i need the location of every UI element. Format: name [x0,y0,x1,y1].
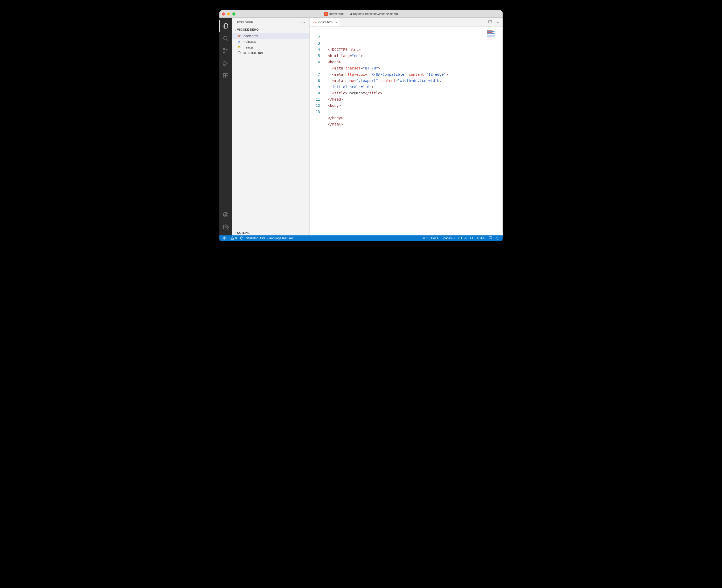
svg-point-11 [225,226,226,228]
line-number: 4 [310,46,325,52]
traffic-lights [222,13,235,16]
bell-icon [495,236,499,240]
chevron-right-icon: › [233,231,237,235]
window-close-button[interactable] [222,13,225,16]
code-line[interactable]: </head> [328,96,502,102]
code-line[interactable]: initial-scale=1.0"> [328,84,502,90]
gear-icon [223,224,229,230]
window-title-text: index.html — ~/Projects/SimpleDev/vscode… [329,12,398,16]
file-name: main.js [243,45,253,49]
line-number: 1 [310,28,325,34]
code-line[interactable]: <title>Document</title> [328,90,502,96]
extensions-icon [223,72,229,79]
tab-bar: <> index.html × ⋯ [310,18,502,27]
line-number: 12 [310,102,325,109]
titlebar: 5 index.html — ~/Projects/SimpleDev/vsco… [220,10,502,18]
git-branch-icon [223,48,229,54]
sync-icon [240,236,244,240]
code-line[interactable]: <head> [328,59,502,65]
svg-point-2 [224,52,225,54]
tab-index-html[interactable]: <> index.html × [310,18,341,26]
code-line[interactable]: <!DOCTYPE html> [328,46,502,52]
svg-rect-5 [223,74,225,76]
line-number: 8 [310,78,325,84]
file-type-icon: ⓘ [237,51,241,55]
html-file-icon: <> [312,21,316,24]
window-zoom-button[interactable] [232,13,235,16]
warning-icon [230,236,234,240]
editor-body[interactable]: 12345678910111213 <!DOCTYPE html><html l… [310,27,502,235]
status-language[interactable]: HTML [475,236,487,240]
debug-icon [223,60,229,66]
code-line[interactable]: </body> [328,115,502,121]
tab-actions: ⋯ [486,18,502,26]
project-name: VSCODE-DEMO [237,28,259,31]
file-tree: <>index.html#main.cssJSmain.jsⓘREADME.md [232,33,309,230]
status-eol[interactable]: LF [469,236,475,240]
activity-explorer[interactable] [220,20,232,32]
minimap[interactable] [486,28,501,40]
editor-more-icon[interactable]: ⋯ [495,20,500,25]
activity-accounts[interactable] [220,208,232,221]
outline-label: OUTLINE [237,231,249,234]
activity-search[interactable] [220,32,232,45]
svg-point-3 [227,49,228,50]
code-line[interactable] [328,127,502,133]
tab-label: index.html [318,20,333,24]
line-number: 5 [310,52,325,59]
html-file-icon: 5 [324,12,328,16]
file-item[interactable]: <>index.html [232,33,309,39]
file-item[interactable]: ⓘREADME.md [232,50,309,56]
file-name: main.css [243,40,256,44]
code-line[interactable]: <body> [328,102,502,109]
close-icon[interactable]: × [335,20,338,24]
svg-point-0 [224,36,227,40]
feedback-icon [489,236,492,240]
status-bar: 0 0 Initializing JS/TS language features… [220,235,502,241]
vscode-window: 5 index.html — ~/Projects/SimpleDev/vsco… [220,10,502,241]
sidebar-title: EXPLORER [237,21,253,24]
activity-source-control[interactable] [220,45,232,57]
file-type-icon: JS [237,46,241,48]
line-number: 2 [310,34,325,40]
activity-settings[interactable] [220,221,232,233]
window-minimize-button[interactable] [227,13,230,16]
code-line[interactable]: <meta name="viewport" content="width=dev… [328,78,502,84]
split-editor-icon[interactable] [488,20,492,25]
line-number: 11 [310,96,325,102]
line-number [310,65,325,71]
code-line[interactable]: </html> [328,121,502,127]
activity-extensions[interactable] [220,69,232,82]
code-area[interactable]: <!DOCTYPE html><html lang="en"><head> <m… [325,27,502,235]
status-initializing[interactable]: Initializing JS/TS language features [238,236,295,240]
line-number: 9 [310,84,325,90]
status-encoding[interactable]: UTF-8 [457,236,469,240]
file-item[interactable]: #main.css [232,39,309,44]
warning-count: 0 [235,236,237,240]
status-spaces[interactable]: Spaces: 2 [440,236,457,240]
search-icon [223,35,229,41]
svg-point-10 [225,213,226,215]
line-number: 10 [310,90,325,96]
activity-run-debug[interactable] [220,57,232,69]
svg-point-1 [224,48,225,50]
code-line[interactable]: <meta http-equiv="X-UA-Compatible" conte… [328,71,502,78]
project-section-header[interactable]: ⌄ VSCODE-DEMO [232,27,309,33]
status-lncol[interactable]: Ln 13, Col 1 [420,236,440,240]
status-notifications[interactable] [494,236,500,240]
status-problems[interactable]: 0 0 [222,236,238,240]
file-item[interactable]: JSmain.js [232,44,309,50]
code-line[interactable]: <meta charset="UTF-8"> [328,65,502,71]
error-icon [223,236,227,240]
svg-rect-7 [226,76,228,78]
file-name: README.md [243,51,263,55]
status-feedback[interactable] [487,236,494,240]
sidebar-more-icon[interactable]: ⋯ [301,20,306,25]
error-count: 0 [228,236,229,240]
cursor-line-highlight [325,109,484,115]
code-line[interactable]: <html lang="en"> [328,52,502,59]
line-number: 3 [310,40,325,46]
outline-section-header[interactable]: › OUTLINE [232,230,309,235]
line-number: 6 [310,59,325,65]
sidebar-header: EXPLORER ⋯ [232,18,309,27]
